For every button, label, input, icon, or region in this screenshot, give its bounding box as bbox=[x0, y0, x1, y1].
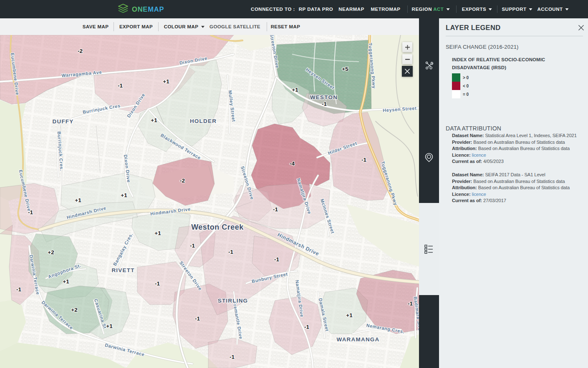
svg-text:+2: +2 bbox=[71, 307, 77, 313]
svg-text:WARAMANGA: WARAMANGA bbox=[336, 336, 379, 343]
svg-text:+1: +1 bbox=[121, 192, 127, 198]
svg-text:+1: +1 bbox=[106, 323, 113, 329]
svg-text:-1: -1 bbox=[28, 209, 33, 215]
svg-text:-1: -1 bbox=[230, 354, 235, 360]
svg-text:+1: +1 bbox=[151, 117, 157, 123]
svg-text:-1: -1 bbox=[118, 83, 123, 89]
svg-text:RIVETT: RIVETT bbox=[111, 267, 134, 273]
svg-text:-1: -1 bbox=[190, 243, 195, 249]
svg-text:Weston Creek: Weston Creek bbox=[191, 223, 244, 231]
svg-text:+1: +1 bbox=[75, 197, 81, 203]
svg-text:-1: -1 bbox=[195, 315, 200, 322]
svg-text:WESTON: WESTON bbox=[310, 94, 338, 100]
svg-text:DUFFY: DUFFY bbox=[53, 118, 74, 125]
svg-text:STIRLING: STIRLING bbox=[218, 298, 248, 304]
svg-text:-1: -1 bbox=[273, 206, 278, 213]
svg-text:HOLDER: HOLDER bbox=[190, 118, 217, 124]
svg-text:+1: +1 bbox=[292, 87, 298, 93]
svg-text:-1: -1 bbox=[304, 324, 309, 330]
svg-text:-4: -4 bbox=[290, 160, 295, 167]
svg-text:-1: -1 bbox=[16, 286, 21, 293]
svg-text:-1: -1 bbox=[322, 101, 327, 107]
svg-text:-1: -1 bbox=[361, 157, 366, 163]
svg-text:+1: +1 bbox=[63, 278, 69, 285]
svg-text:-1: -1 bbox=[228, 249, 233, 255]
svg-text:-1: -1 bbox=[274, 256, 279, 263]
svg-text:-2: -2 bbox=[78, 48, 83, 54]
svg-text:+1: +1 bbox=[163, 78, 169, 85]
svg-text:-1: -1 bbox=[408, 300, 413, 307]
svg-text:+5: +5 bbox=[342, 66, 348, 72]
svg-text:-2: -2 bbox=[180, 178, 185, 184]
svg-text:-1: -1 bbox=[155, 280, 160, 287]
svg-text:+1: +1 bbox=[154, 230, 161, 236]
svg-text:+2: +2 bbox=[48, 249, 54, 255]
svg-text:+1: +1 bbox=[346, 312, 353, 318]
